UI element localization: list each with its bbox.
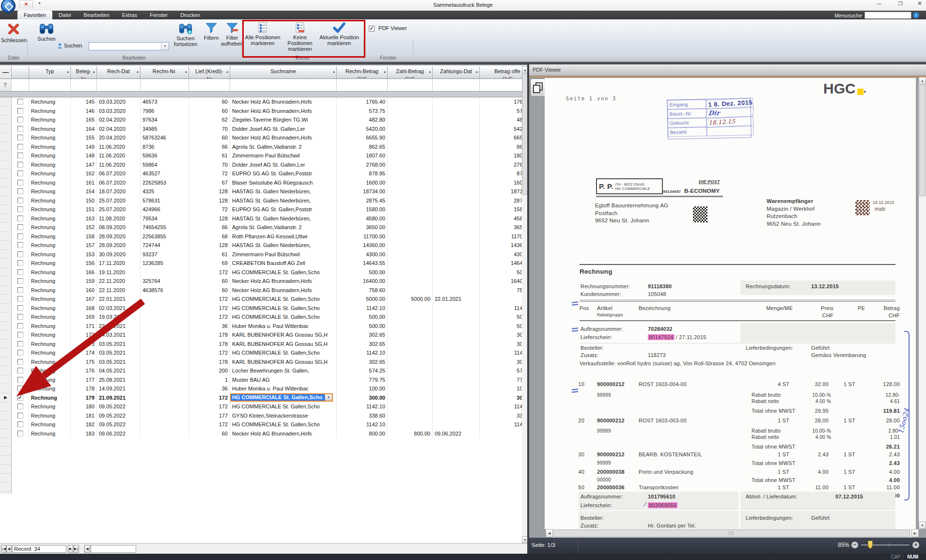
row-checkbox[interactable] [17,421,23,427]
row-indicator[interactable] [0,375,12,385]
cell-suchname[interactable]: HG COMMERCIALE St. Gallen,Scho [230,304,337,313]
row-indicator[interactable] [0,322,12,331]
checkbox-cell[interactable] [12,348,29,358]
row-indicator[interactable] [0,268,12,277]
checkbox-cell[interactable] [12,322,29,331]
cell-suchname[interactable]: HASTAG St. Gallen Niederbüren, [230,214,337,223]
table-row[interactable]: Rechnung17503.05.2021178KARL BUBENHOFER … [0,358,528,367]
filter-cell[interactable] [337,79,388,92]
scroll-right-icon[interactable]: ▶ [911,529,919,537]
checkbox-cell[interactable]: ✓ [12,393,29,403]
table-row[interactable]: Rechnung15922.11.202032576460Necker Holz… [0,277,528,286]
suchen-button[interactable]: Suchen [34,22,59,42]
table-row[interactable]: Rechnung15330.09.20209323761Zimmermann P… [0,250,528,259]
row-indicator[interactable] [0,402,12,411]
checkbox-cell[interactable] [12,420,29,429]
table-row[interactable]: Rechnung17814.09.202136Huber Monika u. P… [0,384,528,393]
row-indicator[interactable] [0,151,12,160]
grid-corner-button[interactable]: — [0,66,12,79]
row-indicator[interactable] [0,160,12,170]
column-header-betrag[interactable]: Rechn-Betrag▲CHF [337,66,388,79]
suchen-combobox[interactable]: ▼ [89,42,169,50]
cell-suchname[interactable]: KARL BUBENHOFER AG Gossau SG,H [230,330,337,340]
row-indicator[interactable] [0,97,12,107]
checkbox-cell[interactable] [12,133,29,142]
close-button[interactable]: ✕ [914,0,925,7]
row-indicator[interactable] [0,384,12,393]
row-checkbox[interactable] [17,314,23,320]
table-row[interactable]: Rechnung14603.03.2020798660Necker Holz A… [0,107,528,116]
cell-suchname[interactable]: KARL BUBENHOFER AG Gossau SG,H [230,340,337,349]
row-checkbox[interactable] [17,350,23,356]
column-header-zdat[interactable]: Zahlungs-Dat▲ [433,66,480,79]
row-indicator[interactable] [0,107,12,116]
nav-last-icon[interactable]: ▶∣ [74,545,79,553]
checkbox-cell[interactable] [12,196,29,205]
combobox-dropdown-icon[interactable]: ▼ [325,394,332,401]
checkbox-cell[interactable] [12,178,29,187]
pdf-viewer-checkbox[interactable]: ✓ [369,26,375,31]
table-row[interactable]: Rechnung16311.08.202079534128HASTAG St. … [0,214,528,223]
cell-suchname[interactable]: HG COMMERCIALE St. Gallen,Scho [230,312,337,322]
tab-bearbeiten[interactable]: Bearbeiten [78,11,116,19]
checkbox-cell[interactable] [12,411,29,420]
row-indicator[interactable] [0,330,12,340]
filter-cell[interactable] [97,79,141,92]
menusuche-input[interactable] [864,12,911,19]
cell-suchname[interactable]: HG COMMERCIALE St. Gallen,Scho [230,348,337,358]
table-row[interactable]: Rechnung15828.09.20202256385568Roth Pfla… [0,232,528,241]
checkbox-cell[interactable] [12,151,29,160]
table-row[interactable]: Rechnung17725.08.20211Muster BAU AG779.7… [0,375,528,385]
checkbox-cell[interactable] [12,340,29,349]
checkbox-cell[interactable] [12,160,29,170]
checkbox-cell[interactable] [12,214,29,223]
checkbox-cell[interactable] [12,205,29,214]
cell-suchname[interactable]: Ziegelei-Taverne Bürglen TG,Wi [230,115,337,124]
checkbox-cell[interactable] [12,268,29,277]
filter-cell[interactable] [12,79,29,92]
table-row[interactable]: Rechnung16502.04.20209763462Ziegelei-Tav… [0,115,528,124]
row-indicator[interactable] [0,214,12,223]
filter-aufheben-button[interactable]: Filter aufheben [221,22,243,47]
row-checkbox[interactable] [17,431,23,436]
minimize-button[interactable]: — [874,0,884,7]
table-row[interactable]: Rechnung15125.07.202042496672EUPRO SG AG… [0,205,528,214]
cell-suchname[interactable]: HG COMMERCIALE St. Gallen,Scho [230,420,337,429]
table-row[interactable]: Rechnung16206.07.202046352772EUPRO SG AG… [0,169,528,178]
table-row[interactable]: Rechnung15025.07.2020578631128HASTAG St.… [0,196,528,205]
checkbox-cell[interactable] [12,366,29,375]
row-checkbox[interactable] [17,233,23,239]
row-checkbox[interactable] [17,305,23,311]
table-row[interactable]: Rechnung17224.03.2021178KARL BUBENHOFER … [0,330,528,340]
table-row[interactable]: Rechnung15617.11.2020123628569CREABETON … [0,259,528,268]
checkbox-cell[interactable] [12,97,29,107]
row-indicator[interactable] [0,232,12,241]
tab-fenster[interactable]: Fenster [143,11,174,19]
row-indicator[interactable]: ▶ [0,393,12,403]
cell-suchname[interactable]: Locher Bewehrungen St. Gallen, [230,366,337,375]
zoom-out-icon[interactable]: − [851,542,858,548]
nav-first-icon[interactable]: ∣◀ [1,545,6,553]
filter-cell[interactable] [388,79,433,92]
table-row[interactable]: Rechnung15208.09.20207465425566Agrola St… [0,223,528,232]
combobox-dropdown-icon[interactable]: ▼ [161,43,169,50]
cell-suchname[interactable]: EUPRO SG AG St. Gallen,Poststr [230,169,337,178]
pdf-vertical-scrollbar[interactable]: ▲ ▼ [919,77,926,529]
checkbox-cell[interactable] [12,124,29,134]
table-row[interactable]: Rechnung18209.05.2022172HG COMMERCIALE S… [0,420,528,429]
row-checkbox[interactable] [17,108,23,114]
row-indicator[interactable] [0,295,12,304]
checkbox-cell[interactable] [12,187,29,196]
row-checkbox[interactable] [17,171,23,176]
row-checkbox[interactable] [17,198,23,203]
row-checkbox[interactable]: ✓ [17,395,23,401]
table-row[interactable]: Rechnung14911.06.2020873666Agrola St. Ga… [0,142,528,152]
table-row[interactable]: Rechnung18309.06.202260Necker Holz AG Br… [0,429,528,438]
row-indicator[interactable] [0,205,12,214]
nav-previous-icon[interactable]: ◀ [6,545,12,553]
grid-horizontal-scrollbar[interactable] [91,545,136,553]
cell-suchname[interactable]: Necker Holz AG Brunnadern,Hofs [230,133,337,142]
table-row[interactable]: Rechnung16402.04.20203498570Dolder Josef… [0,124,528,134]
row-checkbox[interactable] [17,153,23,158]
cell-suchname[interactable]: Agrola St. Gallen,Vadianstr. 2 [230,142,337,152]
